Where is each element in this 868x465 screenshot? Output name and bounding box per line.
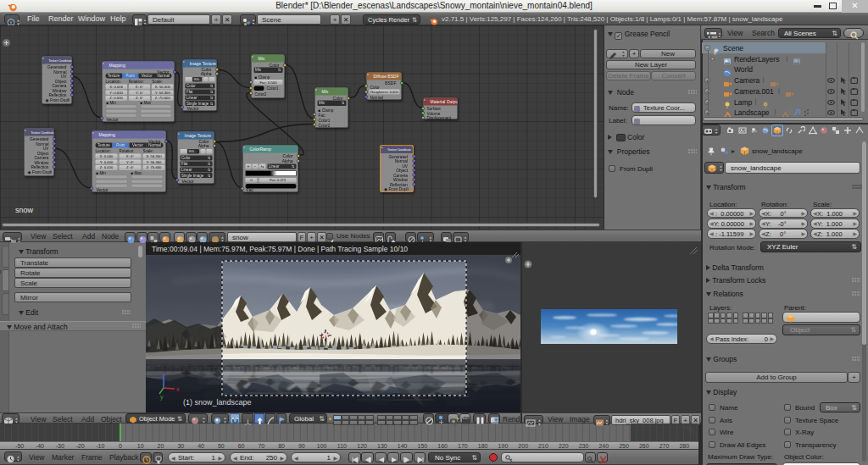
svg-text:x: x — [176, 386, 180, 392]
svg-text:70: 70 — [258, 443, 264, 449]
svg-text:240: 240 — [598, 443, 609, 449]
svg-text:170: 170 — [458, 443, 468, 449]
svg-text:90: 90 — [298, 443, 305, 449]
svg-text:30: 30 — [177, 443, 184, 449]
svg-text:-10: -10 — [96, 443, 104, 449]
svg-text:0: 0 — [119, 443, 122, 449]
svg-text:220: 220 — [559, 443, 569, 449]
svg-text:190: 190 — [498, 443, 509, 449]
svg-text:-30: -30 — [56, 443, 64, 449]
svg-text:160: 160 — [437, 443, 448, 449]
svg-text:210: 210 — [538, 443, 548, 449]
svg-text:150: 150 — [418, 443, 428, 449]
svg-text:280: 280 — [679, 443, 689, 449]
svg-text:50: 50 — [218, 443, 225, 449]
svg-text:-40: -40 — [36, 443, 44, 449]
svg-text:y: y — [160, 394, 164, 401]
svg-text:-20: -20 — [75, 443, 84, 449]
svg-text:100: 100 — [317, 443, 327, 449]
svg-text:250: 250 — [619, 443, 629, 449]
svg-text:200: 200 — [518, 443, 528, 449]
svg-text:140: 140 — [398, 443, 408, 449]
svg-text:80: 80 — [278, 443, 285, 449]
svg-text:(1) snow_landscape: (1) snow_landscape — [183, 398, 252, 407]
svg-text:130: 130 — [377, 443, 387, 449]
svg-text:260: 260 — [639, 443, 649, 449]
svg-text:10: 10 — [137, 443, 144, 449]
svg-text:20: 20 — [158, 443, 164, 449]
svg-text:270: 270 — [659, 443, 670, 449]
svg-text:40: 40 — [198, 443, 204, 449]
svg-text:120: 120 — [357, 443, 367, 449]
svg-text:110: 110 — [337, 443, 347, 449]
svg-text:-50: -50 — [15, 443, 24, 449]
svg-text:Time:00:09.04 | Mem:75.97M, Pe: Time:00:09.04 | Mem:75.97M, Peak:75.97M … — [152, 245, 408, 253]
svg-text:60: 60 — [238, 443, 245, 449]
svg-text:180: 180 — [478, 443, 488, 449]
svg-text:230: 230 — [579, 443, 589, 449]
